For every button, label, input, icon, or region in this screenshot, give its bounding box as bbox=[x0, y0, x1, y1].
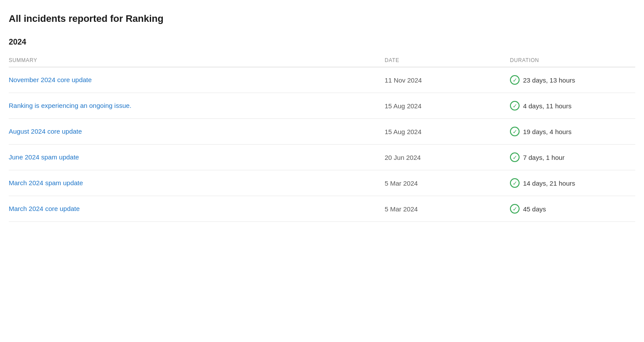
incident-link[interactable]: March 2024 core update bbox=[9, 205, 80, 212]
table-row: March 2024 spam update5 Mar 2024✓14 days… bbox=[9, 170, 635, 196]
table-row: March 2024 core update5 Mar 2024✓45 days bbox=[9, 196, 635, 222]
incident-duration: ✓23 days, 13 hours bbox=[510, 75, 630, 85]
table-row: August 2024 core update15 Aug 2024✓19 da… bbox=[9, 119, 635, 145]
resolved-icon: ✓ bbox=[510, 178, 520, 188]
incident-duration: ✓45 days bbox=[510, 204, 630, 214]
incident-date: 11 Nov 2024 bbox=[385, 67, 510, 93]
resolved-icon: ✓ bbox=[510, 204, 520, 214]
incident-link[interactable]: November 2024 core update bbox=[9, 76, 92, 83]
incident-duration: ✓4 days, 11 hours bbox=[510, 101, 630, 111]
incident-date: 20 Jun 2024 bbox=[385, 145, 510, 170]
incident-link[interactable]: June 2024 spam update bbox=[9, 153, 79, 161]
incident-duration: ✓14 days, 21 hours bbox=[510, 178, 630, 188]
duration-text: 23 days, 13 hours bbox=[523, 76, 575, 84]
table-row: June 2024 spam update20 Jun 2024✓7 days,… bbox=[9, 145, 635, 170]
incident-link[interactable]: Ranking is experiencing an ongoing issue… bbox=[9, 102, 131, 109]
incident-date: 15 Aug 2024 bbox=[385, 119, 510, 145]
duration-text: 4 days, 11 hours bbox=[523, 102, 572, 110]
incident-date: 5 Mar 2024 bbox=[385, 170, 510, 196]
col-header-date: DATE bbox=[385, 54, 510, 67]
incident-date: 5 Mar 2024 bbox=[385, 196, 510, 222]
duration-text: 7 days, 1 hour bbox=[523, 154, 565, 161]
page-title: All incidents reported for Ranking bbox=[9, 13, 635, 24]
incident-duration: ✓19 days, 4 hours bbox=[510, 127, 630, 136]
duration-text: 19 days, 4 hours bbox=[523, 128, 572, 135]
year-heading: 2024 bbox=[9, 38, 635, 47]
resolved-icon: ✓ bbox=[510, 75, 520, 85]
incidents-table: SUMMARYDATEDURATIONNovember 2024 core up… bbox=[9, 54, 635, 222]
resolved-icon: ✓ bbox=[510, 127, 520, 136]
incident-date: 15 Aug 2024 bbox=[385, 93, 510, 119]
incident-duration: ✓7 days, 1 hour bbox=[510, 152, 630, 162]
incident-link[interactable]: August 2024 core update bbox=[9, 128, 82, 135]
duration-text: 14 days, 21 hours bbox=[523, 180, 575, 187]
year-section: 2024SUMMARYDATEDURATIONNovember 2024 cor… bbox=[9, 38, 635, 222]
col-header-duration: DURATION bbox=[510, 54, 635, 67]
col-header-summary: SUMMARY bbox=[9, 54, 385, 67]
resolved-icon: ✓ bbox=[510, 152, 520, 162]
incident-link[interactable]: March 2024 spam update bbox=[9, 179, 83, 187]
table-row: Ranking is experiencing an ongoing issue… bbox=[9, 93, 635, 119]
resolved-icon: ✓ bbox=[510, 101, 520, 111]
table-row: November 2024 core update11 Nov 2024✓23 … bbox=[9, 67, 635, 93]
duration-text: 45 days bbox=[523, 205, 546, 213]
